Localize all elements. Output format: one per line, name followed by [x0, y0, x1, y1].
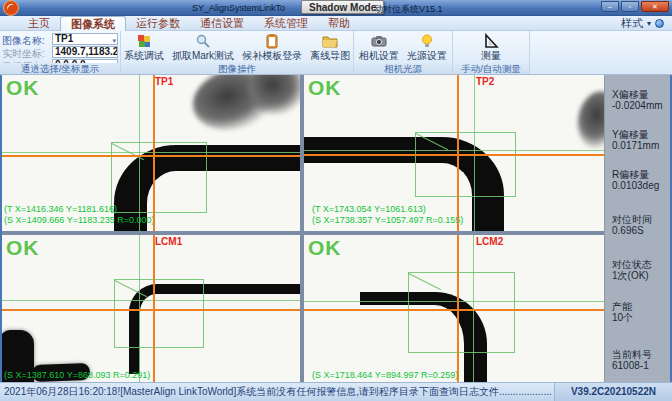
result-label: 产能 [612, 301, 668, 312]
group-caption-measure: 手动/自动测量 [453, 63, 529, 74]
result-value: 10个 [612, 312, 668, 323]
result-throughput: 产能 10个 [612, 301, 668, 323]
result-sidebar: X偏移量 -0.0204mm Y偏移量 0.0171mm R偏移量 0.0103… [604, 75, 670, 382]
result-value: 1次(OK) [612, 270, 668, 281]
image-name-select[interactable]: TP1 ▾ [52, 33, 118, 45]
result-value: 0.0103deg [612, 180, 668, 191]
clipboard-icon [264, 33, 280, 49]
system-debug-label: 系统调试 [124, 50, 164, 61]
result-label: X偏移量 [612, 89, 668, 100]
coord-line: (S X=1387.610 Y=868.093 R=0.291) [4, 370, 150, 380]
image-artifact-blob [573, 88, 604, 152]
search-roi-box [114, 279, 204, 348]
status-ok: OK [6, 76, 40, 100]
result-label: 当前料号 [612, 349, 668, 360]
offline-map-button[interactable]: 离线导图 [306, 32, 354, 61]
camera-icon [371, 33, 387, 49]
tab-run-params[interactable]: 运行参数 [126, 16, 190, 31]
roi-diagonal [416, 133, 449, 150]
tab-help[interactable]: 帮助 [318, 16, 360, 31]
template-register-label: 候补模板登录 [242, 50, 302, 61]
status-ok: OK [308, 236, 342, 260]
light-settings-label: 光源设置 [407, 50, 447, 61]
title-bar: SY_AlignSystemLinkTo Shadow Mode 动对位系统V1… [0, 0, 672, 16]
tab-comm-settings[interactable]: 通信设置 [190, 16, 254, 31]
realtime-coord-row: 实时坐标: 1409.7,1183.2 [2, 46, 118, 58]
version-label: V39.2C20210522N [554, 383, 672, 401]
crosshair-v [153, 235, 155, 382]
status-bar: 2021年06月28日16:20:18![MasterAlign LinkToW… [0, 382, 672, 401]
crosshair-v [457, 75, 459, 231]
search-roi-box [408, 272, 515, 353]
ruler-icon [483, 33, 499, 49]
coord-line: (S X=1409.666 Y=1183.235 R=0.000) [4, 215, 155, 225]
result-align-status: 对位状态 1次(OK) [612, 259, 668, 281]
image-name-value: TP1 [55, 33, 73, 44]
close-button[interactable]: ✕ [641, 1, 669, 12]
window-title-left: SY_AlignSystemLinkTo [192, 3, 285, 13]
window-title-right: 动对位系统V15.1 [374, 3, 443, 16]
status-ok: OK [308, 76, 342, 100]
search-roi-box [111, 142, 207, 213]
status-message: 2021年06月28日16:20:18![MasterAlign LinkToW… [4, 383, 552, 401]
system-debug-button[interactable]: 系统调试 [120, 32, 168, 61]
maximize-button[interactable]: ▫ [621, 1, 639, 12]
image-ops-buttons: 系统调试 抓取Mark测试 候补模板登录 [121, 32, 353, 63]
result-label: 对位时间 [612, 214, 668, 225]
roi-diagonal [409, 273, 442, 290]
camera-view-tp2[interactable]: OK TP2 (T X=1743.054 Y=1061.613) (S X=17… [304, 75, 604, 231]
result-label: Y偏移量 [612, 129, 668, 140]
coord-line: (T X=1743.054 Y=1061.613) [312, 204, 426, 214]
crosshair-h [304, 154, 604, 156]
minimize-button[interactable]: – [601, 1, 619, 12]
horizontal-splitter[interactable] [2, 231, 604, 235]
template-register-button[interactable]: 候补模板登录 [238, 32, 306, 61]
bulb-icon [419, 33, 435, 49]
result-value: 0.0171mm [612, 140, 668, 151]
group-camera-light: 相机设置 光源设置 相机光源 [354, 31, 453, 74]
tab-system-mgmt[interactable]: 系统管理 [254, 16, 318, 31]
group-caption-image-ops: 图像操作 [121, 63, 353, 74]
ribbon-tab-row: 主页 图像系统 运行参数 通信设置 系统管理 帮助 样式 ▾ [0, 16, 672, 31]
window-controls: – ▫ ✕ [601, 1, 669, 12]
group-channel-coords: 图像名称: TP1 ▾ 实时坐标: 1409.7,1183.2 目标原点: 0.… [0, 31, 121, 74]
grab-mark-test-button[interactable]: 抓取Mark测试 [168, 32, 238, 61]
camera-label: TP2 [476, 76, 494, 87]
camera-settings-button[interactable]: 相机设置 [355, 32, 403, 61]
result-r-offset: R偏移量 0.0103deg [612, 169, 668, 191]
measure-button[interactable]: 测量 [477, 32, 505, 61]
group-caption-channel: 通道选择/坐标显示 [0, 63, 120, 74]
tab-home[interactable]: 主页 [18, 16, 60, 31]
camera-label: TP1 [155, 76, 173, 87]
crosshair-v [457, 235, 459, 382]
combo-arrow-icon: ▾ [112, 36, 116, 45]
cube-icon [136, 33, 152, 49]
result-align-time: 对位时间 0.696S [612, 214, 668, 236]
result-x-offset: X偏移量 -0.0204mm [612, 89, 668, 111]
magnifier-icon [195, 33, 211, 49]
app-window: SY_AlignSystemLinkTo Shadow Mode 动对位系统V1… [0, 0, 672, 401]
camera-label: LCM1 [155, 236, 182, 247]
offline-map-label: 离线导图 [310, 50, 350, 61]
result-label: R偏移量 [612, 169, 668, 180]
search-roi-box [415, 132, 516, 197]
result-value: 0.696S [612, 225, 668, 236]
crosshair-h [304, 309, 604, 311]
style-menu[interactable]: 样式 ▾ [621, 16, 664, 31]
roi-diagonal [115, 280, 148, 297]
camera-label: LCM2 [476, 236, 503, 247]
realtime-coord-field[interactable]: 1409.7,1183.2 [52, 46, 118, 58]
camera-view-lcm1[interactable]: OK LCM1 (S X=1387.610 Y=868.093 R=0.291) [2, 235, 300, 382]
camera-view-tp1[interactable]: OK TP1 (T X=1416.346 Y=1181.616) (S X=14… [2, 75, 300, 231]
realtime-coord-value: 1409.7,1183.2 [55, 46, 118, 57]
viewport-area: OK TP1 (T X=1416.346 Y=1181.616) (S X=14… [0, 75, 672, 382]
camera-view-lcm2[interactable]: OK LCM2 (S X=1718.464 Y=894.997 R=0.259) [304, 235, 604, 382]
tab-image-system[interactable]: 图像系统 [60, 16, 126, 31]
result-value: -0.0204mm [612, 100, 668, 111]
help-icon[interactable] [655, 19, 664, 28]
result-part-number: 当前料号 61008-1 [612, 349, 668, 371]
light-settings-button[interactable]: 光源设置 [403, 32, 451, 61]
app-logo-icon[interactable] [3, 0, 19, 16]
group-image-ops: 系统调试 抓取Mark测试 候补模板登录 [121, 31, 354, 74]
result-y-offset: Y偏移量 0.0171mm [612, 129, 668, 151]
